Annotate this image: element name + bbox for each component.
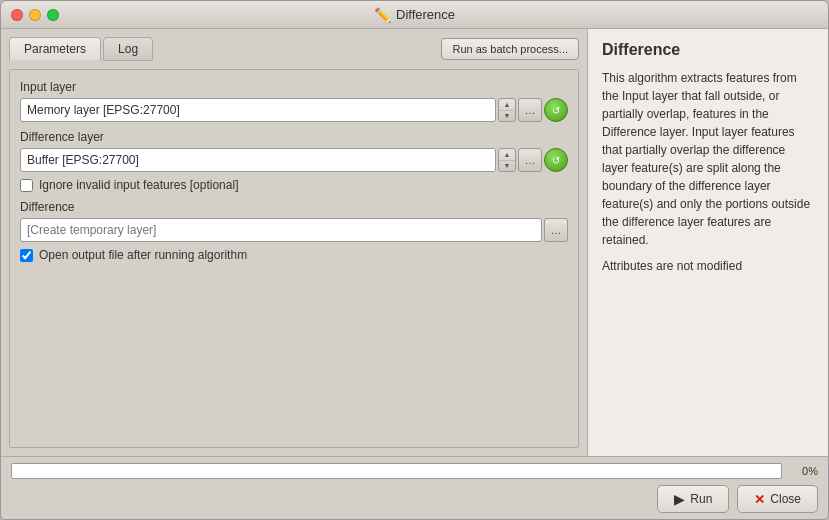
input-layer-spinner[interactable]: ▲ ▼ <box>498 98 516 122</box>
input-layer-row: ▲ ▼ … ↺ <box>20 98 568 122</box>
output-row: … <box>20 218 568 242</box>
close-label: Close <box>770 492 801 506</box>
close-traffic-light[interactable] <box>11 9 23 21</box>
progress-bar-container <box>11 463 782 479</box>
run-button[interactable]: ▶ Run <box>657 485 729 513</box>
difference-layer-row: ▲ ▼ … ↺ <box>20 148 568 172</box>
tabs: Parameters Log <box>9 37 153 61</box>
input-layer-input[interactable] <box>20 98 496 122</box>
difference-layer-spinner[interactable]: ▲ ▼ <box>498 148 516 172</box>
help-panel: Difference This algorithm extracts featu… <box>588 29 828 456</box>
open-output-checkbox[interactable] <box>20 249 33 262</box>
difference-layer-label: Difference layer <box>20 130 568 144</box>
ignore-invalid-checkbox[interactable] <box>20 179 33 192</box>
main-window: ✏️ Difference Parameters Log Run as ba <box>0 0 829 520</box>
progress-row: 0% <box>11 463 818 479</box>
batch-process-button[interactable]: Run as batch process... <box>441 38 579 60</box>
difference-layer-browse-button[interactable]: … <box>518 148 542 172</box>
maximize-traffic-light[interactable] <box>47 9 59 21</box>
difference-layer-input[interactable] <box>20 148 496 172</box>
run-icon: ▶ <box>674 491 685 507</box>
ignore-invalid-label[interactable]: Ignore invalid input features [optional] <box>39 178 238 192</box>
left-panel: Parameters Log Run as batch process... I… <box>1 29 588 456</box>
open-output-row: Open output file after running algorithm <box>20 248 568 262</box>
close-icon: ✕ <box>754 492 765 507</box>
difference-layer-spin-down[interactable]: ▼ <box>499 161 515 172</box>
tabs-row: Parameters Log Run as batch process... <box>9 37 579 61</box>
title-icon: ✏️ <box>374 7 391 23</box>
input-layer-refresh-button[interactable]: ↺ <box>544 98 568 122</box>
input-layer-spin-up[interactable]: ▲ <box>499 99 515 111</box>
minimize-traffic-light[interactable] <box>29 9 41 21</box>
tab-log[interactable]: Log <box>103 37 153 61</box>
action-row: ▶ Run ✕ Close <box>11 485 818 513</box>
input-layer-label: Input layer <box>20 80 568 94</box>
title-bar: ✏️ Difference <box>1 1 828 29</box>
output-browse-button[interactable]: … <box>544 218 568 242</box>
params-panel: Input layer ▲ ▼ … ↺ Difference layer <box>9 69 579 448</box>
help-paragraph-2: Attributes are not modified <box>602 257 814 275</box>
ignore-invalid-row: Ignore invalid input features [optional] <box>20 178 568 192</box>
output-label: Difference <box>20 200 568 214</box>
close-button[interactable]: ✕ Close <box>737 485 818 513</box>
difference-layer-refresh-button[interactable]: ↺ <box>544 148 568 172</box>
traffic-lights <box>11 9 59 21</box>
main-content: Parameters Log Run as batch process... I… <box>1 29 828 519</box>
tab-parameters[interactable]: Parameters <box>9 37 101 61</box>
output-input[interactable] <box>20 218 542 242</box>
input-layer-browse-button[interactable]: … <box>518 98 542 122</box>
open-output-label[interactable]: Open output file after running algorithm <box>39 248 247 262</box>
help-paragraph-1: This algorithm extracts features from th… <box>602 69 814 249</box>
progress-label: 0% <box>790 465 818 477</box>
run-label: Run <box>690 492 712 506</box>
help-title: Difference <box>602 41 814 59</box>
difference-layer-spin-up[interactable]: ▲ <box>499 149 515 161</box>
top-row: Parameters Log Run as batch process... I… <box>1 29 828 456</box>
input-layer-spin-down[interactable]: ▼ <box>499 111 515 122</box>
bottom-area: 0% ▶ Run ✕ Close <box>1 456 828 519</box>
window-title: ✏️ Difference <box>374 7 455 23</box>
